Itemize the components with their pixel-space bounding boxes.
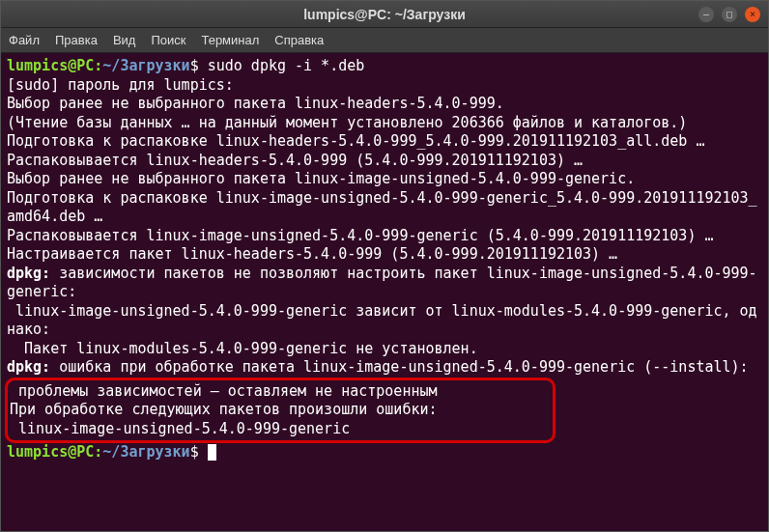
menu-edit[interactable]: Правка — [55, 33, 98, 47]
dpkg-prefix: dpkg: — [7, 358, 50, 376]
dpkg-prefix: dpkg: — [7, 265, 50, 282]
command-text: sudo dpkg -i *.deb — [208, 57, 365, 74]
minimize-button[interactable]: ‒ — [698, 7, 714, 22]
output-line: Подготовка к распаковке linux-headers-5.… — [7, 132, 762, 152]
cursor-icon — [208, 444, 216, 461]
menubar: Файл Правка Вид Поиск Терминал Справка — [1, 28, 768, 53]
terminal-output[interactable]: lumpics@PC:~/Загрузки$ sudo dpkg -i *.de… — [1, 53, 768, 531]
menu-file[interactable]: Файл — [9, 33, 40, 47]
output-line: linux-image-unsigned-5.4.0-999-generic з… — [7, 302, 762, 340]
output-line: Пакет linux-modules-5.4.0-999-generic не… — [7, 340, 762, 359]
prompt-line: lumpics@PC:~/Загрузки$ — [7, 443, 762, 462]
output-line: Настраивается пакет linux-headers-5.4.0-… — [7, 245, 762, 265]
menu-search[interactable]: Поиск — [151, 33, 185, 47]
prompt-line: lumpics@PC:~/Загрузки$ sudo dpkg -i *.de… — [7, 57, 762, 76]
menu-terminal[interactable]: Терминал — [201, 33, 259, 47]
output-line: Распаковывается linux-image-unsigned-5.4… — [7, 227, 762, 246]
window-title: lumpics@PC: ~/Загрузки — [303, 7, 466, 22]
output-line: (Чтение базы данных … на данный момент у… — [7, 114, 762, 133]
terminal-window: lumpics@PC: ~/Загрузки ‒ □ × Файл Правка… — [0, 0, 769, 532]
output-line: При обработке следующих пакетов произошл… — [10, 401, 551, 420]
menu-help[interactable]: Справка — [274, 33, 324, 47]
maximize-button[interactable]: □ — [722, 7, 737, 22]
window-controls: ‒ □ × — [698, 7, 760, 22]
output-line: dpkg: ошибка при обработке пакета linux-… — [7, 358, 762, 378]
output-line: Выбор ранее не выбранного пакета linux-h… — [7, 95, 762, 114]
prompt-user: lumpics@PC — [7, 57, 94, 74]
prompt-user: lumpics@PC — [7, 443, 94, 461]
error-highlight-box: проблемы зависимостей — оставляем не нас… — [5, 378, 555, 444]
close-button[interactable]: × — [745, 7, 760, 22]
prompt-path: ~/Загрузки — [102, 57, 189, 74]
output-line: [sudo] пароль для lumpics: — [7, 76, 762, 96]
output-line: Подготовка к распаковке linux-image-unsi… — [7, 189, 762, 227]
output-line: Выбор ранее не выбранного пакета linux-i… — [7, 170, 762, 189]
titlebar: lumpics@PC: ~/Загрузки ‒ □ × — [1, 1, 768, 28]
output-line: dpkg: зависимости пакетов не позволяют н… — [7, 265, 762, 302]
output-line: проблемы зависимостей — оставляем не нас… — [10, 382, 551, 402]
output-line: Распаковывается linux-headers-5.4.0-999 … — [7, 152, 762, 171]
output-line: linux-image-unsigned-5.4.0-999-generic — [10, 420, 551, 439]
menu-view[interactable]: Вид — [113, 33, 136, 47]
prompt-path: ~/Загрузки — [102, 443, 189, 461]
